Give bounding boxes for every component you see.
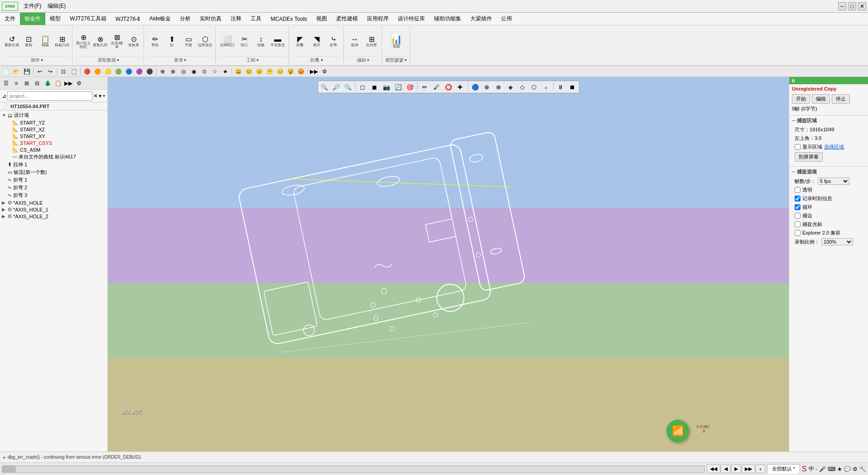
menu-tab-assist[interactable]: 辅助功能集 [429, 13, 466, 25]
nav-prev-btn[interactable]: ◀ [721, 465, 731, 473]
menu-tab-design-lib[interactable]: 设计特征库 [393, 13, 429, 25]
tree-item-bend3[interactable]: ⤷ 折弯 3 [1, 192, 106, 199]
tree-item-design[interactable]: ▼ 🗂 设计项 [1, 111, 106, 119]
menu-edit[interactable]: 编辑(E) [45, 1, 68, 11]
nav-next-next-btn[interactable]: ▶▶ [742, 465, 755, 473]
ribbon-btn-udf[interactable]: ⊕ 用户定义特征 [75, 33, 92, 49]
tb2-btn-settings[interactable]: ⚙ [319, 67, 329, 76]
tree-item-extrude[interactable]: ⬆ 拉伸 1 [1, 161, 106, 168]
close-button[interactable]: ✕ [858, 2, 866, 10]
ribbon-btn-copy-geo[interactable]: ⊗ 复制几何 [92, 33, 108, 49]
restore-button[interactable]: □ [848, 2, 856, 10]
menu-file[interactable]: 文件(F) [21, 1, 44, 11]
vp-btn-zoom-in[interactable]: 🔎 [331, 82, 342, 92]
tb2-btn-e[interactable]: ⊙ [199, 67, 209, 76]
vp-btn-shaded[interactable]: ◼ [369, 82, 380, 92]
ribbon-btn-merge-wall[interactable]: ⊞ 合并壁 [363, 33, 380, 49]
menu-tab-public[interactable]: 公用 [497, 13, 516, 25]
vp-btn-a3[interactable]: ⊗ [493, 82, 504, 92]
menu-tab-app[interactable]: 应用程序 [362, 13, 393, 25]
tb2-btn-j[interactable]: 😐 [254, 67, 264, 76]
ribbon-btn-extrude[interactable]: ⬆ 拉 [164, 33, 180, 49]
ribbon-btn-copy[interactable]: ⊡ 复制 [20, 33, 37, 49]
vp-btn-a6[interactable]: ⬡ [529, 82, 540, 92]
vp-btn-a5[interactable]: ◇ [517, 82, 528, 92]
rp-show-area-check[interactable] [795, 144, 800, 150]
menu-tab-aide[interactable]: Aide板金 [145, 13, 175, 25]
filter-add[interactable]: + [102, 93, 106, 99]
vp-btn-wireframe[interactable]: ◻ [357, 82, 368, 92]
vp-btn-a2[interactable]: ⊕ [482, 82, 492, 92]
nav-next-btn[interactable]: ▶ [731, 465, 741, 473]
tb2-btn-open[interactable]: 📂 [11, 67, 21, 76]
ribbon-btn-fold[interactable]: ◤ 折叠 [292, 33, 308, 49]
tree-item-cs-asm[interactable]: 📐 CS_ASM [1, 146, 106, 153]
tb2-btn-m[interactable]: 😵 [285, 67, 295, 76]
ribbon-btn-flat[interactable]: ▬ 平坦形态 [270, 33, 286, 49]
ribbon-btn-cut[interactable]: ✂ 切口 [236, 33, 252, 49]
menu-tab-beam[interactable]: 大梁插件 [466, 13, 497, 25]
tb2-btn-paste2[interactable]: 📋 [69, 67, 79, 76]
viewport[interactable]: 🔍 🔎 🔍 ◻ ◼ 📷 🔄 🎯 ✏ 🖊 ⭕ ✚ 🔵 ⊕ ⊗ ◈ ◇ [108, 77, 789, 451]
menu-tab-tools[interactable]: 工具 [246, 13, 266, 25]
rp-fps-select[interactable]: 5 fps 10 fps 15 fps 30 fps [818, 178, 849, 185]
rp-loop-check[interactable] [795, 204, 800, 210]
left-tb-table[interactable]: 📋 [53, 79, 63, 88]
vp-btn-camera[interactable]: 📷 [381, 82, 392, 92]
menu-tab-sheetmetal[interactable]: 钣金件 [20, 13, 45, 25]
left-tb-more[interactable]: ▶▶ [63, 79, 73, 88]
filter-clear[interactable]: ✕ [93, 93, 98, 99]
filter-dropdown[interactable]: ▾ [99, 93, 101, 99]
tb2-btn-h[interactable]: 😀 [233, 67, 243, 76]
ribbon-btn-paste[interactable]: 📋 粘贴 [37, 33, 53, 49]
tb2-btn-3[interactable]: 🟡 [103, 67, 113, 76]
menu-tab-analysis[interactable]: 分析 [175, 13, 195, 25]
tb2-btn-c[interactable]: ◎ [178, 67, 188, 76]
menu-tab-wjt276-2[interactable]: WJT276-Ⅱ [111, 13, 145, 25]
ribbon-btn-stretch-cut[interactable]: ⬜ 拉伸切口 [219, 33, 236, 49]
tree-item-axis-hole[interactable]: ▶ ⊙ *AXIS_HOLE [1, 199, 106, 206]
menu-tab-flex[interactable]: 柔性建模 [332, 13, 362, 25]
ribbon-btn-table[interactable]: 📊 表面 [385, 30, 408, 53]
left-tb-extra[interactable]: ⚙ [74, 79, 84, 88]
tree-item-axis-hole-1[interactable]: ▶ ⊙ *AXIS_HOLE_1 [1, 206, 106, 213]
rp-select-area-link[interactable]: 选择区域 [824, 144, 844, 150]
tb2-btn-k[interactable]: 😶 [265, 67, 275, 76]
nav-add-btn[interactable]: + [756, 465, 765, 473]
vp-btn-sketch-view[interactable]: ✏ [420, 82, 430, 92]
vp-btn-pen[interactable]: 🖊 [431, 82, 442, 92]
minimize-button[interactable]: ─ [838, 2, 846, 10]
menu-tab-file[interactable]: 文件 [0, 13, 20, 25]
tb2-btn-more[interactable]: ▶▶ [309, 67, 319, 76]
menu-tab-wjt276[interactable]: WJT276工具箱 [65, 13, 111, 25]
nav-prev-prev-btn[interactable]: ◀◀ [707, 465, 720, 473]
vp-btn-circle[interactable]: ⭕ [443, 82, 454, 92]
vp-btn-cross[interactable]: ✚ [455, 82, 466, 92]
rp-stop-btn[interactable]: 停止 [832, 94, 850, 104]
tree-item-bend1[interactable]: ⤷ 折弯 1 [1, 176, 106, 184]
rp-split-screen-btn[interactable]: 剖屏屏幕 [795, 152, 823, 162]
rp-transparent-check[interactable] [795, 187, 800, 193]
bottom-tab-default[interactable]: 全部默认 * [767, 464, 800, 474]
rp-explorer-check[interactable] [795, 230, 800, 236]
left-tb-list2[interactable]: ≡ [11, 79, 21, 88]
tb2-btn-save[interactable]: 💾 [22, 67, 32, 76]
vp-btn-zoom-fit[interactable]: 🔍 [319, 82, 330, 92]
vp-btn-a1[interactable]: 🔵 [470, 82, 481, 92]
tb2-btn-2[interactable]: 🟠 [92, 67, 102, 76]
vp-btn-a4[interactable]: ◈ [505, 82, 516, 92]
tb2-btn-7[interactable]: ⚫ [145, 67, 154, 76]
tb2-btn-5[interactable]: 🔵 [124, 67, 134, 76]
tb2-btn-new[interactable]: 📄 [1, 67, 11, 76]
ribbon-btn-sketch[interactable]: ✏ 草绘 [147, 33, 163, 49]
rp-timestamp-check[interactable] [795, 196, 800, 202]
tree-item-bend2[interactable]: ⤷ 折弯 2 [1, 184, 106, 192]
ribbon-btn-boundary[interactable]: ⬡ 边界混合 [197, 33, 213, 49]
tb2-btn-a[interactable]: ⊕ [158, 67, 168, 76]
tree-item-curve[interactable]: 〰 来自文件的曲线 标识4617 [1, 153, 106, 161]
rp-snap-cursor-check[interactable] [795, 221, 800, 227]
left-tb-list[interactable]: ☰ [1, 79, 11, 88]
rp-scale-select[interactable]: 100% 75% 50% [821, 238, 853, 245]
menu-tab-view[interactable]: 视图 [312, 13, 332, 25]
tb2-btn-l[interactable]: 😔 [275, 67, 285, 76]
